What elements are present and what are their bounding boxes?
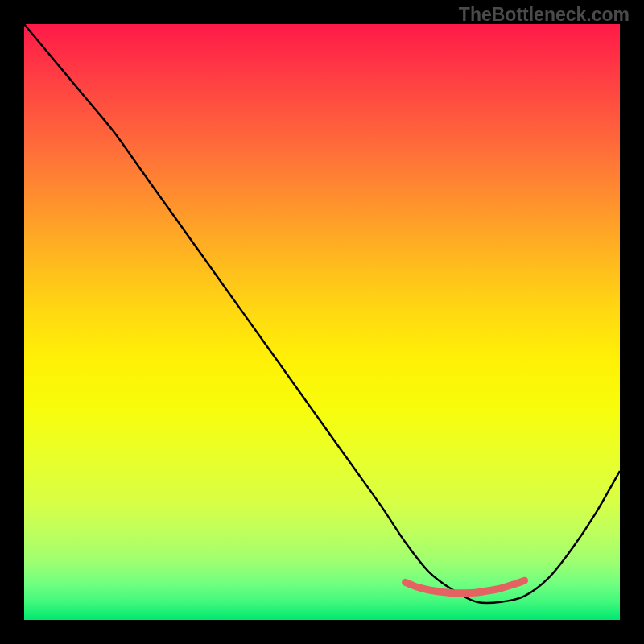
bottleneck-curve [24, 24, 620, 603]
curve-svg [24, 24, 620, 620]
bottom-marker-band [406, 580, 525, 593]
watermark-text: TheBottleneck.com [459, 4, 630, 26]
chart-container: TheBottleneck.com [0, 0, 644, 644]
plot-area [24, 24, 620, 620]
